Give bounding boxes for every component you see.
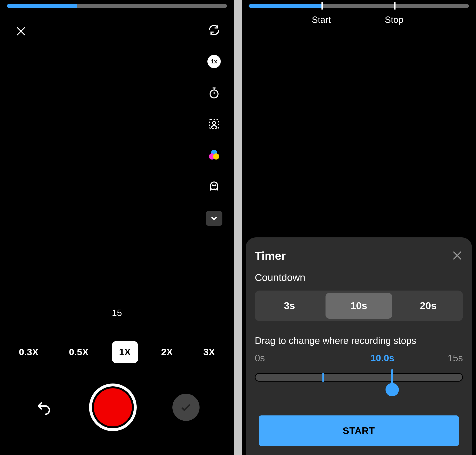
bottom-controls — [0, 383, 234, 431]
ghost-mode-button[interactable] — [208, 180, 220, 192]
timer-button[interactable] — [208, 87, 220, 99]
countdown-label: Countdown — [255, 272, 463, 283]
flip-camera-icon — [208, 24, 220, 36]
timer-panel-screen: Start Stop Timer Countdown 3s 10s 20s Dr… — [242, 0, 476, 455]
timer-title: Timer — [255, 249, 286, 262]
close-icon — [15, 25, 27, 37]
record-button[interactable] — [89, 383, 137, 431]
countdown-option-3s[interactable]: 3s — [256, 293, 323, 319]
undo-icon — [35, 399, 52, 416]
slider-track — [255, 373, 463, 382]
stop-time-slider[interactable] — [255, 368, 463, 396]
timer-bottom-sheet: Timer Countdown 3s 10s 20s Drag to chang… — [246, 237, 472, 455]
timer-icon — [208, 87, 220, 99]
recording-progress-bar — [7, 4, 227, 8]
recording-progress-bar — [249, 4, 469, 8]
range-min-label: 0s — [255, 353, 265, 364]
drag-instruction-label: Drag to change where recording stops — [255, 335, 463, 346]
speed-badge-label: 1x — [211, 58, 217, 65]
clip-length-label: 15 — [112, 308, 122, 318]
progress-marker-start — [321, 2, 323, 9]
countdown-segmented-control: 3s 10s 20s — [255, 291, 463, 321]
slider-start-tick — [322, 373, 324, 382]
countdown-option-20s[interactable]: 20s — [395, 293, 461, 319]
svg-point-6 — [212, 185, 213, 186]
close-button[interactable] — [15, 25, 27, 37]
zoom-level-1x[interactable]: 1X — [112, 341, 138, 363]
svg-point-2 — [213, 122, 216, 124]
recording-progress-fill — [7, 4, 77, 8]
zoom-level-2x[interactable]: 2X — [154, 341, 180, 363]
svg-point-5 — [213, 154, 219, 160]
timer-close-button[interactable] — [452, 250, 463, 262]
progress-marker-start-label: Start — [312, 15, 331, 25]
progress-marker-stop-label: Stop — [385, 15, 403, 25]
recording-progress-fill — [249, 4, 321, 8]
check-icon — [179, 401, 193, 414]
more-tools-button[interactable] — [206, 211, 222, 226]
zoom-level-0-5x[interactable]: 0.5X — [62, 341, 96, 363]
record-button-inner — [94, 388, 132, 426]
filters-icon — [208, 148, 220, 161]
camera-screen: 1x 1 — [0, 0, 234, 455]
countdown-option-10s[interactable]: 10s — [325, 293, 392, 319]
undo-button[interactable] — [34, 398, 53, 417]
range-current-value: 10.0s — [371, 353, 394, 364]
close-icon — [452, 250, 463, 261]
svg-point-7 — [215, 185, 216, 186]
chevron-down-icon — [209, 214, 219, 223]
svg-point-0 — [210, 90, 218, 98]
camera-tools-column: 1x — [206, 24, 222, 226]
range-max-label: 15s — [447, 353, 463, 364]
green-screen-button[interactable] — [208, 118, 220, 130]
start-timer-button[interactable]: START — [259, 415, 459, 446]
confirm-button[interactable] — [172, 394, 199, 421]
speed-button[interactable]: 1x — [207, 55, 221, 68]
range-labels-row: 0s 10.0s 15s — [255, 353, 463, 364]
progress-marker-stop — [394, 2, 396, 9]
zoom-level-3x[interactable]: 3X — [196, 341, 222, 363]
green-screen-icon — [208, 118, 220, 130]
filters-button[interactable] — [208, 149, 220, 161]
timer-sheet-header: Timer — [255, 249, 463, 262]
zoom-level-0-3x[interactable]: 0.3X — [12, 341, 46, 363]
flip-camera-button[interactable] — [208, 24, 220, 36]
ghost-icon — [208, 180, 220, 192]
slider-handle[interactable] — [386, 383, 399, 396]
zoom-selector: 0.3X 0.5X 1X 2X 3X — [12, 341, 222, 363]
